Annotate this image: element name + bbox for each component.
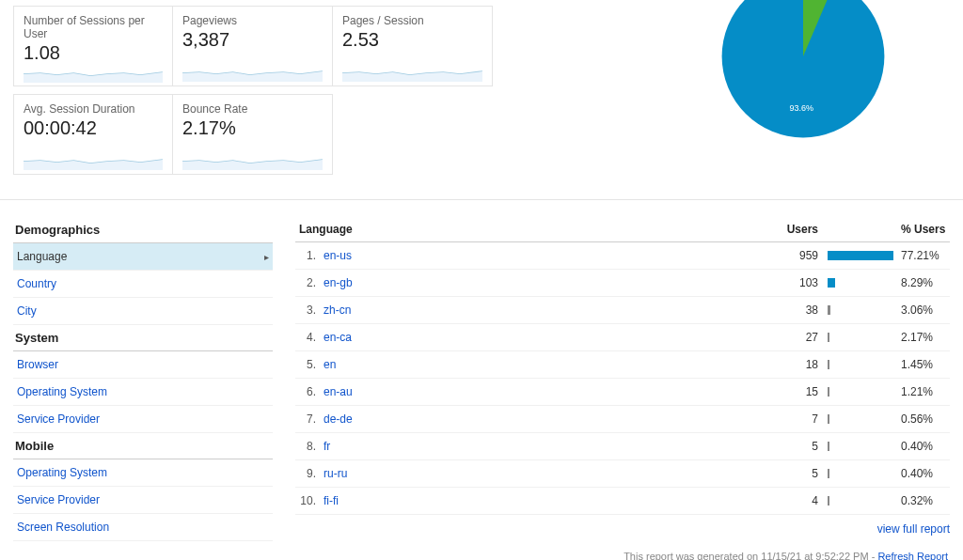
chevron-right-icon: ▸ <box>264 252 269 262</box>
metric-card[interactable]: Pages / Session 2.53 <box>333 6 493 86</box>
row-index: 10. <box>295 488 320 515</box>
sidebar-item-label: Service Provider <box>17 493 100 506</box>
pct-value: 2.17% <box>897 324 950 351</box>
language-link[interactable]: ru-ru <box>324 467 347 480</box>
language-table: Language Users % Users 1. en-us 959 77.2… <box>295 217 950 515</box>
row-index: 9. <box>295 460 320 488</box>
pct-bar <box>828 413 893 425</box>
sparkline <box>24 151 163 170</box>
sidebar-item-language[interactable]: Language▸ <box>13 243 273 271</box>
sidebar-item-service-provider[interactable]: Service Provider <box>13 487 273 514</box>
row-index: 5. <box>295 351 320 379</box>
pct-value: 0.40% <box>897 433 950 460</box>
sparkline <box>182 63 323 82</box>
sidebar-item-service-provider[interactable]: Service Provider <box>13 406 273 433</box>
refresh-report-link[interactable]: Refresh Report <box>877 551 948 560</box>
col-language[interactable]: Language <box>295 217 562 242</box>
table-row: 1. en-us 959 77.21% <box>295 242 950 270</box>
svg-marker-0 <box>24 72 163 83</box>
metric-card[interactable]: Pageviews 3,387 <box>173 6 333 86</box>
table-row: 4. en-ca 27 2.17% <box>295 324 950 351</box>
pct-value: 1.21% <box>897 379 950 406</box>
row-index: 2. <box>295 270 320 297</box>
metric-value: 2.53 <box>342 29 482 51</box>
language-link[interactable]: en-gb <box>324 276 353 289</box>
metric-value: 00:00:42 <box>24 117 163 139</box>
metric-card[interactable]: Bounce Rate 2.17% <box>173 94 333 175</box>
language-link[interactable]: en-us <box>324 249 352 262</box>
users-value: 18 <box>562 351 822 379</box>
col-users[interactable]: Users <box>562 217 822 242</box>
table-row: 8. fr 5 0.40% <box>295 433 950 460</box>
sidebar-item-label: Browser <box>17 358 58 371</box>
language-link[interactable]: zh-cn <box>324 303 351 317</box>
metric-label: Pages / Session <box>342 14 482 27</box>
users-value: 7 <box>562 406 822 433</box>
sidebar-heading: Demographics <box>13 217 273 243</box>
pct-bar <box>828 332 893 343</box>
language-link[interactable]: en-ca <box>324 331 352 344</box>
language-link[interactable]: en-au <box>324 385 353 398</box>
pct-bar <box>828 468 893 479</box>
metric-label: Avg. Session Duration <box>24 102 163 116</box>
pct-value: 0.32% <box>897 488 950 515</box>
table-row: 9. ru-ru 5 0.40% <box>295 460 950 488</box>
row-index: 1. <box>295 242 320 270</box>
users-value: 4 <box>562 488 822 515</box>
row-index: 6. <box>295 379 320 406</box>
pct-bar <box>828 441 893 452</box>
sidebar-heading: Mobile <box>13 433 273 459</box>
row-index: 3. <box>295 297 320 324</box>
sidebar-heading: System <box>13 325 273 351</box>
metric-label: Number of Sessions per User <box>24 14 163 40</box>
sidebar-item-label: Service Provider <box>17 412 100 426</box>
metric-card[interactable]: Avg. Session Duration 00:00:42 <box>13 94 173 175</box>
table-row: 3. zh-cn 38 3.06% <box>295 297 950 324</box>
footer-generated-text: This report was generated on 11/15/21 at… <box>624 551 877 560</box>
view-full-report-link[interactable]: view full report <box>877 522 950 536</box>
svg-marker-3 <box>24 160 163 170</box>
sidebar-item-operating-system[interactable]: Operating System <box>13 379 273 406</box>
users-value: 103 <box>562 270 822 297</box>
sidebar-item-browser[interactable]: Browser <box>13 351 273 379</box>
visitor-pie-chart: 93.6% <box>718 0 888 141</box>
sidebar-item-label: Operating System <box>17 466 107 479</box>
sidebar-item-label: Screen Resolution <box>17 521 109 534</box>
metric-value: 3,387 <box>182 29 323 51</box>
pct-value: 77.21% <box>897 242 950 270</box>
table-row: 6. en-au 15 1.21% <box>295 379 950 406</box>
language-link[interactable]: fi-fi <box>324 494 339 507</box>
metric-card[interactable]: Number of Sessions per User 1.08 <box>13 6 173 86</box>
language-link[interactable]: en <box>324 358 336 371</box>
users-value: 27 <box>562 324 822 351</box>
language-link[interactable]: de-de <box>324 412 353 426</box>
metric-label: Bounce Rate <box>182 102 323 116</box>
pct-bar <box>828 386 893 397</box>
table-row: 7. de-de 7 0.56% <box>295 406 950 433</box>
sidebar-item-country[interactable]: Country <box>13 271 273 298</box>
table-row: 2. en-gb 103 8.29% <box>295 270 950 297</box>
row-index: 7. <box>295 406 320 433</box>
pct-bar <box>828 495 893 506</box>
pct-bar <box>828 304 893 316</box>
sidebar-item-label: City <box>17 304 37 318</box>
sidebar-item-operating-system[interactable]: Operating System <box>13 459 273 487</box>
pie-percent-label: 93.6% <box>790 103 814 113</box>
pct-bar <box>828 277 893 288</box>
row-index: 4. <box>295 324 320 351</box>
sparkline <box>342 63 482 82</box>
metric-label: Pageviews <box>182 14 323 27</box>
pct-value: 0.40% <box>897 460 950 488</box>
pct-value: 0.56% <box>897 406 950 433</box>
users-value: 5 <box>562 460 822 488</box>
col-pct-users[interactable]: % Users <box>897 217 950 242</box>
metric-value: 1.08 <box>24 42 163 64</box>
users-value: 38 <box>562 297 822 324</box>
pct-bar <box>828 250 893 261</box>
sidebar-item-screen-resolution[interactable]: Screen Resolution <box>13 514 273 541</box>
sparkline <box>24 64 163 83</box>
sidebar-item-city[interactable]: City <box>13 298 273 325</box>
users-value: 959 <box>562 242 822 270</box>
language-link[interactable]: fr <box>324 440 330 453</box>
sparkline <box>182 151 323 170</box>
